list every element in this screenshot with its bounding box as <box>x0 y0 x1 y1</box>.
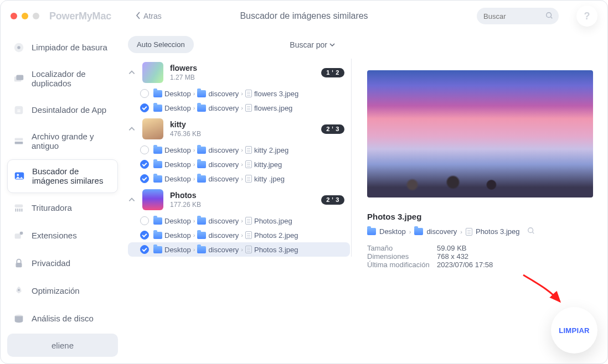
group-header[interactable]: kitty476.36 KB2 ˈ 3 <box>128 115 350 143</box>
file-row[interactable]: Desktop›discovery›kitty.jpeg <box>128 157 350 171</box>
callout-arrow <box>521 273 565 306</box>
sidebar-item-optimization[interactable]: Optimización <box>7 278 118 304</box>
file-checkbox[interactable] <box>140 245 149 254</box>
file-checkbox[interactable] <box>140 216 149 225</box>
file-checkbox[interactable] <box>140 145 149 154</box>
auto-select-button[interactable]: Auto Seleccion <box>128 36 194 53</box>
app-icon <box>13 104 25 116</box>
file-path: Desktop›discovery›flowers.jpeg <box>153 104 292 112</box>
sidebar-item-label: Localizador de duplicados <box>32 69 112 89</box>
plugin-icon <box>13 230 25 242</box>
folder-icon <box>153 105 162 112</box>
results-toolbar: Auto Seleccion Buscar por <box>128 35 352 59</box>
path-segment: discovery <box>208 231 239 240</box>
meta-size-value: 59.09 KB <box>437 244 467 252</box>
sidebar-item-uninstaller[interactable]: Desintalador de App <box>7 97 118 123</box>
sort-button[interactable]: Buscar por <box>290 40 335 49</box>
svg-rect-11 <box>15 233 21 238</box>
path-segment: Desktop <box>164 246 191 254</box>
chevron-right-icon: › <box>193 147 195 153</box>
results-list[interactable]: flowers1.27 MB1 ˈ 2Desktop›discovery›flo… <box>128 59 352 257</box>
group-size: 177.26 KB <box>170 201 201 209</box>
file-path: Desktop›discovery›Photos.jpeg <box>153 217 292 225</box>
sidebar-item-disk-analysis[interactable]: Análisis de disco <box>7 306 118 331</box>
preview-path: Desktop›discovery›Photos 3.jpeg <box>367 227 593 236</box>
window-controls[interactable] <box>11 13 39 19</box>
sidebar-item-label: Limpiador de basura <box>32 43 107 52</box>
sidebar-item-trash-cleaner[interactable]: Limpiador de basura <box>7 35 118 60</box>
path-segment: discovery <box>208 104 239 112</box>
user-chip[interactable]: eliene <box>7 334 118 357</box>
sidebar-item-label: Análisis de disco <box>32 314 94 323</box>
close-window[interactable] <box>11 13 17 19</box>
search-input[interactable] <box>482 12 542 21</box>
sidebar-item-duplicate-finder[interactable]: Localizador de duplicados <box>7 63 118 95</box>
preview-metadata: Tamaño59.09 KB Dimensiones768 x 432 Últi… <box>367 244 593 269</box>
chevron-left-icon <box>136 12 141 21</box>
chevron-up-icon[interactable] <box>128 69 136 76</box>
file-row[interactable]: Desktop›discovery›flowers.jpeg <box>128 101 350 115</box>
file-checkbox[interactable] <box>140 89 149 98</box>
sidebar-item-label: Privacidad <box>32 258 70 268</box>
folder-icon <box>197 246 206 253</box>
reveal-in-finder-icon[interactable] <box>527 227 535 236</box>
file-row[interactable]: Desktop›discovery›Photos 3.jpeg <box>128 242 350 257</box>
minimize-window[interactable] <box>22 13 28 19</box>
path-segment: Desktop <box>164 160 191 169</box>
file-row[interactable]: Desktop›discovery›Photos 2.jpeg <box>128 228 350 242</box>
meta-mod-value: 2023/07/06 17:58 <box>437 261 493 269</box>
sidebar-item-label: Buscador de imágenes similares <box>32 167 112 186</box>
path-segment: discovery <box>208 246 239 254</box>
file-checkbox[interactable] <box>140 231 149 240</box>
chevron-up-icon[interactable] <box>128 125 136 133</box>
file-icon <box>245 175 252 183</box>
sidebar-item-large-old[interactable]: Archivo grande y antiguo <box>7 125 118 158</box>
back-button[interactable]: Atras <box>136 12 162 21</box>
path-segment: Desktop <box>164 175 191 183</box>
file-checkbox[interactable] <box>140 174 149 183</box>
chevron-right-icon: › <box>193 232 195 238</box>
file-path: Desktop›discovery›kitty .jpeg <box>153 175 285 183</box>
meta-size-label: Tamaño <box>367 244 432 252</box>
preview-filename: Photos 3.jpeg <box>367 212 593 221</box>
file-row[interactable]: Desktop›discovery›kitty .jpeg <box>128 171 350 186</box>
chevron-up-icon[interactable] <box>128 196 136 204</box>
folder-icon <box>153 90 162 97</box>
help-button[interactable]: ? <box>576 6 597 27</box>
preview-image <box>367 70 593 197</box>
file-row[interactable]: Desktop›discovery›Photos.jpeg <box>128 214 350 228</box>
zoom-window[interactable] <box>33 13 39 19</box>
svg-rect-6 <box>15 138 23 141</box>
group-thumbnail <box>142 118 163 139</box>
sidebar-item-privacy[interactable]: Privacidad <box>7 251 118 276</box>
sidebar-item-label: Extensiones <box>32 231 77 240</box>
file-row[interactable]: Desktop›discovery›kitty 2.jpeg <box>128 143 350 157</box>
folder-icon <box>153 246 162 253</box>
group-header[interactable]: flowers1.27 MB1 ˈ 2 <box>128 59 350 86</box>
search-icon <box>545 12 553 21</box>
chevron-right-icon: › <box>193 175 195 182</box>
group-thumbnail <box>142 189 163 210</box>
file-path: Desktop›discovery›flowers 3.jpeg <box>153 90 298 98</box>
path-segment: Desktop <box>164 146 191 154</box>
sidebar-item-similar-images[interactable]: Buscador de imágenes similares <box>7 159 118 193</box>
sidebar-item-extensions[interactable]: Extensiones <box>7 223 118 248</box>
chevron-down-icon <box>329 40 335 49</box>
main: Auto Seleccion Buscar por flowers1.27 MB… <box>125 32 607 363</box>
file-checkbox[interactable] <box>140 160 149 169</box>
archive-icon <box>13 135 25 147</box>
path-segment: discovery <box>208 175 239 183</box>
rocket-icon <box>13 285 25 297</box>
meta-dim-label: Dimensiones <box>367 252 432 261</box>
chevron-right-icon: › <box>193 246 195 253</box>
sidebar-item-shredder[interactable]: Trituradora <box>7 195 118 221</box>
file-row[interactable]: Desktop›discovery›flowers 3.jpeg <box>128 86 350 101</box>
search-box[interactable] <box>477 8 559 24</box>
file-checkbox[interactable] <box>140 103 149 112</box>
image-icon <box>13 170 25 182</box>
group-header[interactable]: Photos177.26 KB2 ˈ 3 <box>128 186 350 214</box>
clean-button[interactable]: LIMPIAR <box>551 307 597 353</box>
chevron-right-icon: › <box>241 90 243 97</box>
group-name: flowers <box>170 64 197 72</box>
file-name: flowers.jpeg <box>254 104 292 112</box>
